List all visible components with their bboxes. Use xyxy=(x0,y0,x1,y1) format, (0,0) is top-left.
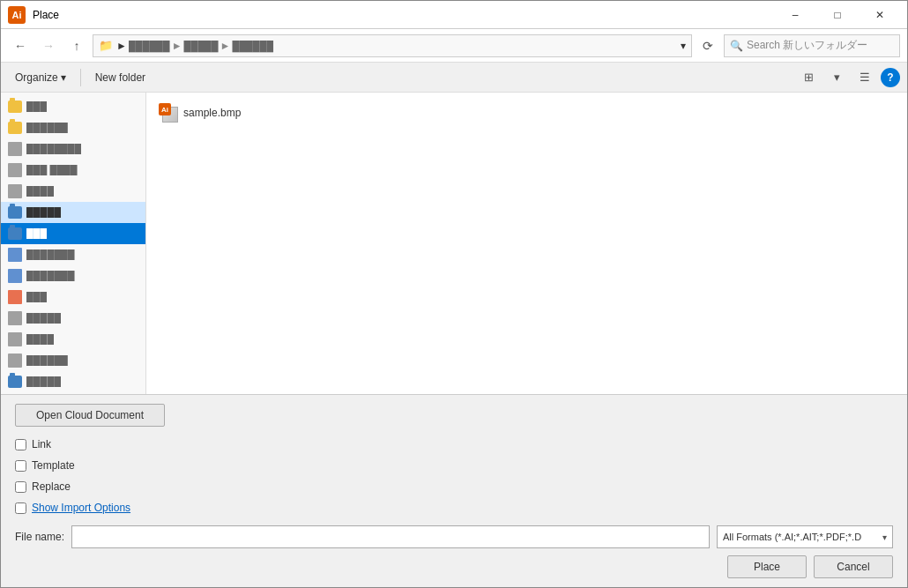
new-folder-button[interactable]: New folder xyxy=(88,66,153,89)
cancel-button[interactable]: Cancel xyxy=(814,555,893,578)
sidebar-item-2[interactable]: ████████ xyxy=(1,138,145,160)
folder-blue-icon-13 xyxy=(8,376,22,388)
sidebar-item-label-7: ███████ xyxy=(26,249,75,260)
view-list-icon: ☰ xyxy=(860,71,870,84)
sidebar-item-13[interactable]: █████ xyxy=(1,371,145,392)
bottom-panel: Open Cloud Document Link Template Replac… xyxy=(1,394,907,587)
folder-yellow-icon-1 xyxy=(8,122,22,134)
title-bar: Ai Place – □ ✕ xyxy=(1,1,907,29)
filename-row: File name: All Formats (*.AI;*.AIT;*.PDF… xyxy=(15,525,893,548)
minimize-button[interactable]: – xyxy=(775,1,815,29)
template-label[interactable]: Template xyxy=(32,459,75,472)
doc-icon-8 xyxy=(8,269,22,283)
up-button[interactable]: ↑ xyxy=(64,33,89,58)
sidebar-item-6[interactable]: ███ xyxy=(1,223,145,244)
sidebar-item-label-5: █████ xyxy=(26,207,61,218)
organize-arrow: ▾ xyxy=(61,71,66,84)
sidebar-item-0[interactable]: ███ xyxy=(1,96,145,117)
view-list-button[interactable]: ☰ xyxy=(852,66,877,89)
toolbar: Organize ▾ New folder ⊞ ▾ ☰ ? xyxy=(1,63,907,93)
address-path[interactable]: 📁 ► ██████ ► █████ ► ██████ ▾ xyxy=(93,34,692,57)
filename-label: File name: xyxy=(15,531,64,543)
path-seg4: ██████ xyxy=(232,41,273,51)
template-checkbox-row: Template xyxy=(15,457,893,474)
format-dropdown-arrow: ▾ xyxy=(882,532,887,542)
open-cloud-button[interactable]: Open Cloud Document xyxy=(15,404,165,427)
sidebar-item-10[interactable]: █████ xyxy=(1,308,145,329)
maximize-button[interactable]: □ xyxy=(817,1,858,29)
sidebar-item-3[interactable]: ███ ████ xyxy=(1,160,145,181)
file-icon-container: Ai xyxy=(159,103,178,123)
folder-blue-icon-6 xyxy=(8,227,22,240)
folder-blue-icon-5 xyxy=(8,206,22,219)
toolbar-right: ⊞ ▾ ☰ ? xyxy=(796,66,900,89)
path-seg3: █████ xyxy=(184,41,219,51)
sidebar-item-1[interactable]: ██████ xyxy=(1,117,145,138)
new-folder-label: New folder xyxy=(95,71,145,84)
search-icon: 🔍 xyxy=(730,40,743,52)
template-checkbox[interactable] xyxy=(15,460,26,472)
path-sep2: ► xyxy=(220,40,231,52)
dialog-title: Place xyxy=(33,9,775,21)
path-folder-icon: 📁 xyxy=(99,39,113,52)
filename-input[interactable] xyxy=(71,525,710,548)
link-checkbox[interactable] xyxy=(15,439,26,450)
content-area: ███ ██████ ████████ ███ ████ ████ █████ xyxy=(1,93,907,394)
sidebar-item-label-9: ███ xyxy=(26,292,47,302)
sidebar-item-label-6: ███ xyxy=(26,228,47,239)
generic-icon-2 xyxy=(8,142,22,156)
sidebar-item-label-8: ███████ xyxy=(26,271,75,281)
link-checkbox-row: Link xyxy=(15,435,893,453)
sidebar-item-5[interactable]: █████ xyxy=(1,202,145,223)
sidebar-item-12[interactable]: ██████ xyxy=(1,350,145,371)
back-button[interactable]: ← xyxy=(8,33,33,58)
path-segments: ► ██████ ► █████ ► ██████ xyxy=(116,40,273,52)
sidebar-item-label-3: ███ ████ xyxy=(26,165,78,175)
replace-checkbox[interactable] xyxy=(15,481,26,493)
format-dropdown-text: All Formats (*.AI;*.AIT;*.PDF;*.D xyxy=(723,532,879,542)
close-button[interactable]: ✕ xyxy=(860,1,900,29)
app-icon: Ai xyxy=(8,6,26,24)
place-button[interactable]: Place xyxy=(727,555,807,578)
sidebar-item-label-0: ███ xyxy=(26,101,47,112)
window-controls: – □ ✕ xyxy=(775,1,900,29)
refresh-button[interactable]: ⟳ xyxy=(696,33,720,58)
open-cloud-label: Open Cloud Document xyxy=(36,409,144,421)
toolbar-separator xyxy=(80,69,81,86)
path-seg1: ► xyxy=(116,40,127,52)
sidebar-item-9[interactable]: ███ xyxy=(1,287,145,308)
doc-icon-7 xyxy=(8,248,22,262)
show-import-link[interactable]: Show Import Options xyxy=(32,502,130,514)
sidebar-item-label-2: ████████ xyxy=(26,144,81,154)
sidebar-item-label-1: ██████ xyxy=(26,123,68,133)
sidebar-item-label-13: █████ xyxy=(26,376,61,387)
sidebar-item-7[interactable]: ███████ xyxy=(1,244,145,265)
view-grid-icon: ⊞ xyxy=(804,71,814,84)
options-section: Open Cloud Document Link Template Replac… xyxy=(15,404,893,517)
view-grid-button[interactable]: ⊞ xyxy=(796,66,821,89)
show-import-checkbox[interactable] xyxy=(15,502,26,514)
view-dropdown-arrow: ▾ xyxy=(834,71,840,84)
generic-icon-3 xyxy=(8,163,22,177)
search-placeholder: Search 新しいフォルダー xyxy=(747,38,867,53)
folder-yellow-icon xyxy=(8,100,22,113)
sidebar-item-label-4: ████ xyxy=(26,186,54,197)
format-dropdown[interactable]: All Formats (*.AI;*.AIT;*.PDF;*.D ▾ xyxy=(717,525,893,548)
replace-label[interactable]: Replace xyxy=(32,480,71,493)
help-button[interactable]: ? xyxy=(881,68,900,87)
view-dropdown-button[interactable]: ▾ xyxy=(824,66,849,89)
organize-button[interactable]: Organize ▾ xyxy=(8,66,73,89)
file-item-sample-bmp[interactable]: Ai sample.bmp xyxy=(153,100,246,126)
forward-button[interactable]: → xyxy=(36,33,61,58)
path-seg2: ██████ xyxy=(129,41,170,51)
link-label[interactable]: Link xyxy=(32,438,51,450)
cancel-label: Cancel xyxy=(837,561,869,573)
generic-icon-10 xyxy=(8,311,22,325)
search-box[interactable]: 🔍 Search 新しいフォルダー xyxy=(724,34,900,57)
place-dialog: Ai Place – □ ✕ ← → ↑ 📁 ► ██████ ► █████ … xyxy=(0,0,908,588)
sidebar-item-11[interactable]: ████ xyxy=(1,329,145,350)
sidebar-item-4[interactable]: ████ xyxy=(1,181,145,202)
sidebar-item-label-11: ████ xyxy=(26,334,54,345)
sidebar-item-8[interactable]: ███████ xyxy=(1,265,145,287)
path-sep1: ► xyxy=(172,40,182,52)
